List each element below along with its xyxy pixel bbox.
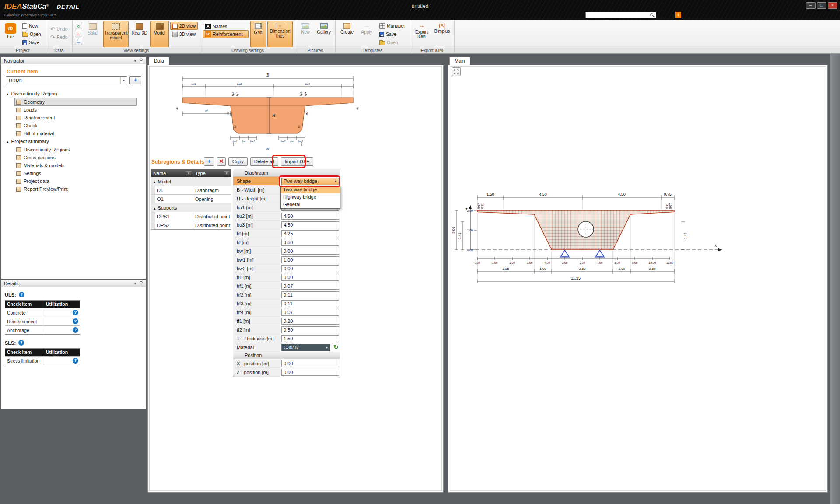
tree-item[interactable]: Project data <box>14 177 137 185</box>
tree-item[interactable]: Discontinuity Regions <box>14 146 137 154</box>
group-row-model[interactable]: Model <box>151 177 231 186</box>
help-icon[interactable]: ? <box>18 340 24 346</box>
prop-value-input[interactable]: 0.20 <box>281 318 339 325</box>
transparent-model-button[interactable]: Transparent model <box>103 21 129 47</box>
material-combobox[interactable]: C30/37 <box>281 344 330 351</box>
tree-item[interactable]: Bill of material <box>14 130 137 137</box>
3d-view-button[interactable]: 3D view <box>170 30 198 38</box>
filter-icon[interactable] <box>224 171 229 175</box>
help-icon[interactable]: ? <box>73 318 78 324</box>
new-button[interactable]: New <box>20 22 43 30</box>
view-orientation-button-3[interactable] <box>75 38 82 45</box>
prop-value-input[interactable]: 1.50 <box>281 335 339 342</box>
tab-main[interactable]: Main <box>449 57 470 65</box>
prop-value-input[interactable]: 4.50 <box>281 213 339 220</box>
file-button[interactable]: File <box>2 21 19 47</box>
template-save-button[interactable]: Save <box>377 30 407 38</box>
prop-value-input[interactable]: 0.07 <box>281 309 339 316</box>
dimension-lines-button[interactable]: Dimension lines <box>267 21 293 47</box>
dropdown-option[interactable]: Two-way bridge <box>281 186 340 193</box>
apply-template-button[interactable]: Apply <box>357 21 376 47</box>
prop-value-input[interactable]: 0.00 <box>281 369 339 376</box>
reinforcement-button[interactable]: Reinforcement <box>203 30 248 38</box>
pin-icon[interactable] <box>139 58 143 63</box>
table-row[interactable]: O1 Opening <box>151 194 231 203</box>
tree-item[interactable]: Loads <box>14 106 137 114</box>
help-icon[interactable]: ? <box>73 310 78 315</box>
current-item-combobox[interactable]: DRM1 <box>6 76 127 84</box>
info-button[interactable]: i <box>675 12 681 18</box>
names-button[interactable]: Names <box>203 22 248 30</box>
prop-value-input[interactable]: 3.50 <box>281 239 339 246</box>
group-row-supports[interactable]: Supports <box>151 203 231 212</box>
prop-value-input[interactable]: 1.00 <box>281 256 339 263</box>
right-dock-strip[interactable] <box>830 54 840 504</box>
prop-value-input[interactable]: 0.11 <box>281 300 339 307</box>
tree-expander-icon[interactable] <box>7 91 9 96</box>
solid-button[interactable]: Solid <box>84 21 102 47</box>
pin-icon[interactable] <box>139 281 143 286</box>
zoom-fit-button[interactable] <box>452 67 461 76</box>
prop-value-input[interactable]: 0.00 <box>281 265 339 272</box>
open-button[interactable]: Open <box>20 30 43 38</box>
shape-combobox[interactable]: Two-way bridge <box>281 178 339 185</box>
refresh-material-icon[interactable] <box>332 344 340 351</box>
prop-value-input[interactable]: 0.11 <box>281 291 339 298</box>
tree-item[interactable]: Settings <box>14 169 137 177</box>
import-dxf-button[interactable]: Import DXF <box>281 157 313 166</box>
prop-value-input[interactable]: 0.50 <box>281 326 339 333</box>
model-button[interactable]: Model <box>150 21 169 47</box>
prop-value-input[interactable]: 3.25 <box>281 230 339 237</box>
tree-expander-icon[interactable] <box>7 139 9 144</box>
table-row[interactable]: DPS1 Distributed point <box>151 212 231 220</box>
delete-subregion-button[interactable]: ✕ <box>217 157 226 166</box>
tree-item[interactable]: Materials & models <box>14 161 137 169</box>
bimplus-button[interactable]: Bimplus <box>433 21 452 47</box>
tree-item[interactable]: Report Preview/Print <box>14 185 137 193</box>
prop-value-input[interactable]: 0.00 <box>281 248 339 255</box>
view-orientation-button-1[interactable] <box>75 22 82 29</box>
table-row[interactable]: D1 Diaphragm <box>151 186 231 194</box>
save-button[interactable]: Save <box>20 38 43 46</box>
tree-item[interactable]: Geometry <box>14 98 137 106</box>
group-expander-icon[interactable] <box>154 179 156 184</box>
prop-value-input[interactable]: 4.50 <box>281 221 339 228</box>
grid-button[interactable]: Grid <box>250 21 266 47</box>
add-subregion-button[interactable]: + <box>204 157 214 166</box>
create-template-button[interactable]: Create <box>338 21 356 47</box>
bridge-section-drawing[interactable]: z x <box>451 184 735 289</box>
gallery-button[interactable]: Gallery <box>315 21 333 47</box>
template-open-button[interactable]: Open <box>377 38 407 46</box>
real-3d-button[interactable]: Real 3D <box>130 21 149 47</box>
redo-button[interactable]: Redo <box>48 33 70 41</box>
chevron-down-icon[interactable] <box>134 59 136 63</box>
search-input[interactable] <box>585 12 656 18</box>
help-icon[interactable]: ? <box>73 358 78 364</box>
table-row[interactable]: DPS2 Distributed point <box>151 220 231 229</box>
dropdown-option[interactable]: Highway bridge <box>281 193 340 201</box>
tree-group-discontinuity-region[interactable]: Discontinuity Region <box>3 90 144 98</box>
undo-button[interactable]: Undo <box>48 25 70 33</box>
chevron-down-icon[interactable] <box>134 281 136 286</box>
add-region-button[interactable]: + <box>130 76 141 84</box>
tree-item[interactable]: Reinforcement <box>14 114 137 122</box>
2d-view-button[interactable]: 2D view <box>170 22 198 30</box>
group-expander-icon[interactable] <box>154 205 156 210</box>
template-manager-button[interactable]: Manager <box>377 22 407 30</box>
cross-section-diagram[interactable]: B bu1 bu2 bu3 hf2 hf1 hf3 hf4 tf1 tf1 tf… <box>173 71 364 151</box>
prop-value-input[interactable]: 0.00 <box>281 274 339 281</box>
tab-data[interactable]: Data <box>149 57 169 65</box>
tree-group-project-summary[interactable]: Project summary <box>3 137 144 146</box>
maximize-button[interactable]: ❐ <box>817 2 826 9</box>
minimize-button[interactable]: ─ <box>806 2 816 9</box>
help-icon[interactable]: ? <box>73 327 78 333</box>
copy-button[interactable]: Copy <box>228 157 248 166</box>
new-picture-button[interactable]: New <box>298 21 313 47</box>
delete-all-button[interactable]: Delete all <box>250 157 278 166</box>
close-button[interactable]: ✕ <box>828 2 837 9</box>
filter-icon[interactable] <box>186 171 191 175</box>
prop-value-input[interactable]: 0.00 <box>281 360 339 367</box>
export-iom-button[interactable]: Export IOM <box>412 21 431 47</box>
view-orientation-button-2[interactable] <box>75 30 82 37</box>
prop-value-input[interactable]: 0.07 <box>281 283 339 290</box>
